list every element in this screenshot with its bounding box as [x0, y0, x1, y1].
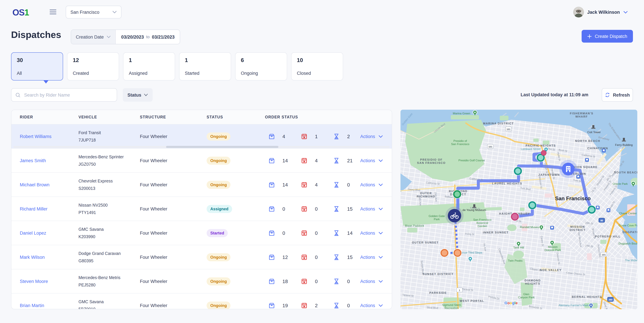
date-filter-type[interactable]: Creation Date — [71, 30, 116, 44]
map-marker-stop-teal[interactable] — [528, 201, 537, 210]
selected-tab-pointer — [43, 80, 49, 84]
transit-station-icon[interactable] — [606, 208, 610, 212]
table-row[interactable]: Brian MartinGMC Savana5BZ0010Four Wheele… — [12, 293, 392, 309]
map-label: Marina Green — [453, 112, 470, 115]
status-tab-assigned[interactable]: 1Assigned — [123, 52, 175, 80]
table-row[interactable]: Steven MooreMercedes-Benz MetrisPEJ5280F… — [12, 269, 392, 294]
table-row[interactable]: James SmithMercedes-Benz SprinterJGZ0750… — [12, 148, 392, 173]
orders-failed-icon — [300, 230, 308, 237]
tab-count: 30 — [17, 57, 57, 64]
row-actions[interactable]: Actions — [360, 182, 383, 187]
status-tab-ongoing[interactable]: 6Ongoing — [235, 52, 287, 80]
table-horizontal-scrollbar[interactable] — [14, 146, 390, 148]
transit-station-icon[interactable] — [576, 175, 580, 178]
date-range-value[interactable]: 03/20/2023 to 03/21/2023 — [116, 30, 180, 44]
map-marker-pink-sm[interactable] — [541, 150, 546, 156]
orders-delivered-count: 0 — [282, 206, 285, 212]
map-marker-stop-green[interactable] — [453, 190, 462, 198]
rider-search[interactable] — [11, 88, 117, 102]
chevron-down-icon — [378, 232, 383, 234]
rider-location-marker[interactable] — [446, 206, 464, 225]
map-label: POTRERO HILL — [595, 235, 621, 238]
map-marker-stop-teal[interactable] — [587, 205, 596, 214]
actions-label: Actions — [360, 182, 375, 187]
row-actions[interactable]: Actions — [360, 255, 383, 260]
status-tab-closed[interactable]: 10Closed — [291, 52, 343, 80]
scrollbar-thumb[interactable] — [166, 146, 278, 148]
row-actions[interactable]: Actions — [360, 279, 383, 284]
status-badge: Started — [206, 229, 228, 237]
orders-pending-icon — [333, 181, 340, 188]
row-actions[interactable]: Actions — [360, 158, 383, 163]
map-marker-stop-teal[interactable] — [514, 167, 522, 176]
map-label: de Young Museum — [462, 208, 486, 212]
map-label: PARKSIDE — [429, 291, 447, 294]
row-actions[interactable]: Actions — [360, 303, 383, 308]
orders-failed-count: 0 — [315, 279, 318, 284]
rider-link[interactable]: Mark Wilson — [20, 255, 45, 260]
highway-shield: 101 — [488, 146, 492, 148]
orders-pending-icon — [333, 254, 340, 261]
orders-pending-count: 0 — [347, 279, 350, 284]
table-row[interactable]: Daniel LopezGMC SavanaK203990Four Wheele… — [12, 221, 392, 245]
actions-label: Actions — [360, 303, 375, 308]
map-marker-stop-orange[interactable] — [440, 248, 449, 257]
rider-link[interactable]: Robert Williams — [20, 134, 52, 139]
vehicle-cell: Chevrolet ExpressS200013 — [78, 179, 113, 190]
rider-link[interactable]: Daniel Lopez — [20, 230, 46, 236]
orders-failed-count: 4 — [315, 158, 318, 163]
row-actions[interactable]: Actions — [360, 206, 383, 212]
depot-marker[interactable] — [559, 160, 577, 178]
table-row[interactable]: Mark WilsonDodge Grand CaravanG80395Four… — [12, 245, 392, 269]
refresh-label: Refresh — [613, 92, 630, 98]
transit-station-icon[interactable] — [550, 226, 554, 230]
status-badge: Assigned — [206, 205, 232, 213]
orders-failed-icon-wrap — [300, 302, 308, 309]
map-marker-stop-pink[interactable] — [510, 212, 519, 221]
orders-pending-count: 15 — [347, 254, 352, 260]
rider-link[interactable]: Richard Miller — [20, 206, 48, 212]
transit-station-icon[interactable] — [602, 149, 606, 152]
actions-label: Actions — [360, 255, 375, 260]
search-input[interactable] — [24, 92, 113, 98]
refresh-button[interactable]: Refresh — [602, 88, 633, 102]
rider-link[interactable]: Steven Moore — [20, 279, 48, 284]
row-actions[interactable]: Actions — [360, 134, 383, 139]
plus-icon — [587, 34, 592, 38]
rider-link[interactable]: James Smith — [20, 158, 46, 163]
user-menu[interactable]: Jack Wilkinson — [573, 7, 628, 18]
create-dispatch-button[interactable]: Create Dispatch — [582, 30, 633, 42]
col-status: STATUS — [206, 115, 223, 119]
rider-link[interactable]: Michael Brown — [20, 182, 50, 187]
table-row[interactable]: Michael BrownChevrolet ExpressS200013Fou… — [12, 172, 392, 197]
orders-delivered-icon — [268, 157, 276, 164]
status-tab-created[interactable]: 12Created — [67, 52, 119, 80]
map-label: PACIFIC HEIGHTS — [526, 144, 556, 147]
structure-cell: Four Wheeler — [140, 303, 167, 308]
status-tab-started[interactable]: 1Started — [179, 52, 231, 80]
table-row[interactable]: Robert WilliamsFord Transit7JUP718Four W… — [12, 124, 392, 148]
city-selector[interactable]: San Francisco — [66, 6, 122, 18]
map-label: NOE VALLEY — [540, 268, 562, 272]
orders-delivered-icon — [268, 133, 276, 140]
route-map[interactable]: 101101801012801 Golden GateMarina GreenF… — [400, 110, 637, 309]
orders-failed-icon-wrap — [300, 181, 308, 188]
tab-count: 1 — [185, 57, 226, 64]
transit-station-icon[interactable] — [585, 158, 589, 162]
menu-icon[interactable] — [50, 10, 56, 15]
rider-link[interactable]: Brian Martin — [20, 303, 44, 308]
table-row[interactable]: Richard MillerNissan NV2500PTY1491Four W… — [12, 196, 392, 221]
row-actions[interactable]: Actions — [360, 230, 383, 236]
chevron-down-icon — [112, 11, 117, 14]
orders-pending-icon — [333, 133, 340, 140]
status-tab-all[interactable]: 30All — [11, 52, 63, 80]
map-label: INNER SUNSET — [483, 231, 509, 234]
structure-cell: Four Wheeler — [140, 158, 167, 163]
status-filter[interactable]: Status — [123, 88, 153, 102]
orders-delivered-icon-wrap — [268, 157, 276, 164]
map-marker-stop-orange[interactable] — [453, 248, 462, 257]
status-badge: Ongoing — [206, 181, 230, 189]
vehicle-plate: S200013 — [78, 186, 113, 190]
transit-station-icon[interactable] — [596, 206, 600, 210]
orders-delivered-icon — [268, 278, 276, 285]
